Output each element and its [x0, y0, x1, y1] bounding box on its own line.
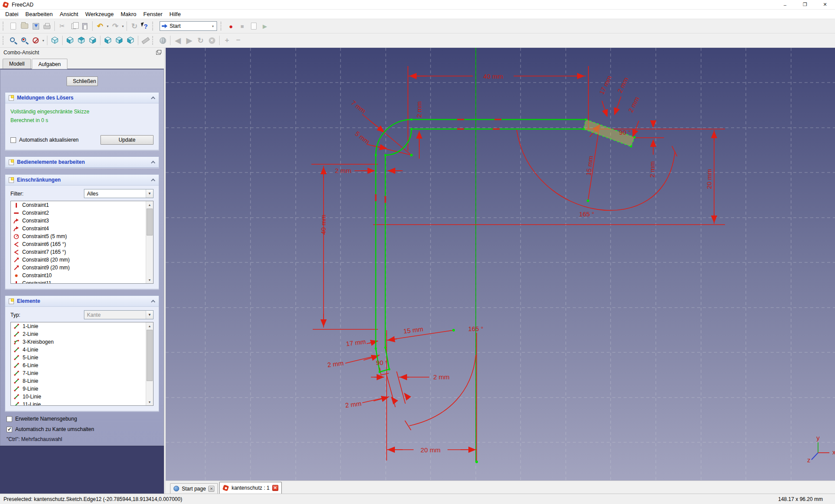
scrollbar-thumb[interactable] — [147, 330, 153, 381]
tab-close-icon[interactable]: ✕ — [208, 486, 214, 492]
element-row[interactable]: 5-Linie — [11, 354, 146, 361]
element-row[interactable]: 1-Linie — [11, 322, 146, 330]
tab-modell[interactable]: Modell — [3, 59, 31, 69]
constraint-row[interactable]: Constraint4 — [11, 225, 146, 232]
menu-datei[interactable]: Datei — [2, 10, 22, 19]
scroll-down-icon[interactable]: ▼ — [146, 276, 153, 283]
tab-start-page[interactable]: Start page ✕ — [170, 483, 218, 494]
solver-messages-header[interactable]: Meldungen des Lösers — [5, 93, 159, 103]
redo-button[interactable]: ↷ — [110, 20, 121, 32]
close-button[interactable]: ✕ — [815, 0, 835, 9]
schliessen-button[interactable]: Schließen — [67, 76, 98, 86]
save-button[interactable] — [30, 20, 41, 32]
view-top-button[interactable] — [76, 35, 87, 46]
element-row[interactable]: 7-Linie — [11, 369, 146, 377]
constraint-row[interactable]: Constraint11 — [11, 279, 146, 283]
constraints-scrollbar[interactable]: ▲ ▼ — [146, 201, 153, 283]
menu-werkzeuge[interactable]: Werkzeuge — [82, 10, 117, 19]
macro-play-button[interactable]: ▶ — [259, 20, 271, 32]
constraint-row[interactable]: Constraint9 (20 mm) — [11, 264, 146, 272]
macro-edit-button[interactable] — [248, 20, 259, 32]
macro-record-button[interactable]: ● — [225, 20, 237, 32]
menu-fenster[interactable]: Fenster — [140, 10, 166, 19]
collapse-chevron-icon[interactable] — [151, 96, 155, 100]
measure-button[interactable] — [140, 35, 151, 46]
view-right-button[interactable] — [87, 35, 98, 46]
view-front-button[interactable] — [64, 35, 76, 46]
refresh-button[interactable]: ↻ — [129, 20, 140, 32]
cut-button[interactable]: ✂ — [57, 20, 68, 32]
tab-close-icon[interactable]: ✕ — [272, 485, 278, 491]
workbench-selector[interactable]: Start ▾ — [160, 21, 217, 31]
print-button[interactable] — [41, 20, 53, 32]
fit-selection-button[interactable] — [19, 35, 30, 46]
constraint-row[interactable]: Constraint5 (5 mm) — [11, 232, 146, 240]
web-stop-button[interactable]: ✕ — [206, 35, 217, 46]
constraint-row[interactable]: Constraint7 (165 °) — [11, 248, 146, 256]
edit-controls-header[interactable]: Bedienelemente bearbeiten — [5, 157, 159, 168]
menu-makro[interactable]: Makro — [117, 10, 140, 19]
collapse-chevron-icon[interactable] — [151, 299, 155, 304]
elements-scrollbar[interactable]: ▲ ▼ — [146, 322, 153, 405]
dock-float-icon[interactable] — [156, 51, 160, 55]
hint-ctrl: "Ctrl": Mehrfachauswahl — [7, 436, 164, 442]
nav-forward-button[interactable]: ▶ — [184, 35, 195, 46]
maximize-button[interactable]: ❐ — [795, 0, 815, 9]
elements-header[interactable]: Elemente — [5, 296, 159, 307]
draw-style-button[interactable] — [30, 35, 41, 46]
paste-button[interactable] — [79, 20, 90, 32]
constraint-row[interactable]: Constraint2 — [11, 209, 146, 217]
update-button[interactable]: Update — [100, 135, 154, 145]
zoom-out-button[interactable]: − — [233, 35, 244, 46]
fit-all-button[interactable] — [7, 35, 19, 46]
view-bottom-button[interactable] — [114, 35, 125, 46]
auto-update-checkbox[interactable] — [10, 137, 16, 143]
tab-aufgaben[interactable]: Aufgaben — [32, 59, 67, 69]
draw-style-caret[interactable]: ▾ — [41, 39, 45, 43]
collapse-chevron-icon[interactable] — [151, 160, 155, 165]
new-file-button[interactable] — [7, 20, 19, 32]
constraint-row[interactable]: Constraint10 — [11, 272, 146, 279]
zoom-in-button[interactable]: + — [221, 35, 233, 46]
copy-button[interactable] — [68, 20, 79, 32]
element-row[interactable]: 4-Linie — [11, 346, 146, 354]
undo-dropdown-caret[interactable]: ▾ — [106, 24, 110, 28]
nav-back-button[interactable]: ◀ — [172, 35, 184, 46]
element-row[interactable]: 6-Linie — [11, 361, 146, 369]
scroll-down-icon[interactable]: ▼ — [146, 398, 153, 405]
menu-bearbeiten[interactable]: Bearbeiten — [22, 10, 56, 19]
constraint-row[interactable]: Constraint8 (20 mm) — [11, 256, 146, 264]
constraints-filter-select[interactable]: Alles ▼ — [84, 189, 154, 198]
menu-ansicht[interactable]: Ansicht — [56, 10, 82, 19]
view-isometric-button[interactable] — [49, 35, 60, 46]
web-home-button[interactable] — [157, 35, 168, 46]
element-row[interactable]: 10-Linie — [11, 393, 146, 401]
view-left-button[interactable] — [125, 35, 136, 46]
tab-kantenschutz[interactable]: kantenschutz : 1 ✕ — [219, 482, 281, 494]
element-row[interactable]: 3-Kreisbogen — [11, 338, 146, 346]
element-row[interactable]: 8-Linie — [11, 377, 146, 385]
menu-hilfe[interactable]: Hilfe — [166, 10, 184, 19]
macro-stop-button[interactable]: ■ — [237, 20, 248, 32]
scroll-up-icon[interactable]: ▲ — [146, 201, 153, 208]
extended-naming-checkbox[interactable] — [7, 416, 12, 422]
constraint-row[interactable]: Constraint3 — [11, 217, 146, 225]
element-row[interactable]: 2-Linie — [11, 330, 146, 338]
whats-this-button[interactable]: ? — [140, 20, 151, 32]
view-rear-button[interactable] — [102, 35, 114, 46]
constraints-header[interactable]: Einschränkungen — [5, 175, 159, 186]
scroll-up-icon[interactable]: ▲ — [146, 322, 153, 329]
constraint-row[interactable]: Constraint6 (165 °) — [11, 240, 146, 248]
scrollbar-thumb[interactable] — [147, 209, 153, 235]
minimize-button[interactable]: – — [775, 0, 795, 9]
sketch-viewport[interactable]: 40 mm 2 mm 7 mm 5 mm 2 mm 40 mm 20 mm 16… — [166, 48, 835, 481]
auto-switch-checkbox[interactable] — [7, 427, 12, 432]
redo-dropdown-caret[interactable]: ▾ — [121, 24, 125, 28]
collapse-chevron-icon[interactable] — [151, 178, 155, 182]
undo-button[interactable]: ↶ — [94, 20, 106, 32]
element-row[interactable]: 11-Linie — [11, 401, 146, 405]
open-file-button[interactable] — [19, 20, 30, 32]
web-refresh-button[interactable]: ↻ — [195, 35, 206, 46]
element-row[interactable]: 9-Linie — [11, 385, 146, 393]
constraint-row[interactable]: Constraint1 — [11, 201, 146, 209]
